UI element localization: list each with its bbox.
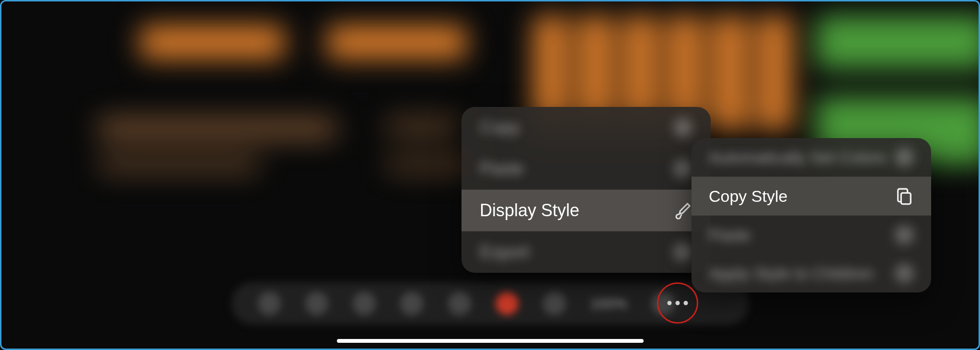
toolbar-tool-5[interactable] [448, 292, 471, 315]
toolbar-record-button[interactable] [496, 292, 519, 315]
menu-item-paste[interactable]: Paste [461, 148, 711, 189]
toolbar-tool-4[interactable] [400, 292, 423, 315]
menu-item-label: Automatically Set Colors [709, 148, 886, 167]
more-icon [668, 301, 688, 305]
submenu-item-copy-style[interactable]: Copy Style [692, 177, 931, 215]
menu-item-copy[interactable]: Copy [461, 107, 711, 148]
toolbar-tool-2[interactable] [305, 292, 328, 315]
context-menu: Copy Paste Display Style Export [461, 107, 711, 273]
menu-item-label: Display Style [480, 200, 579, 221]
menu-item-display-style[interactable]: Display Style [461, 190, 711, 231]
copy-icon [895, 187, 914, 206]
more-options-button[interactable] [657, 282, 698, 324]
toolbar-tool-3[interactable] [353, 292, 376, 315]
menu-item-label: Apply Style to Children [709, 264, 874, 283]
toolbar-zoom-level: 100% [590, 295, 627, 312]
paste-icon [895, 225, 914, 245]
brush-icon [673, 201, 692, 220]
copy-icon [673, 118, 692, 137]
arrow-down-icon [895, 264, 914, 283]
svg-rect-0 [901, 193, 911, 204]
menu-item-label: Copy [480, 117, 520, 138]
submenu-item-apply-children[interactable]: Apply Style to Children [692, 254, 931, 292]
paste-icon [673, 159, 692, 178]
display-style-submenu: Automatically Set Colors Copy Style Past… [692, 138, 931, 292]
menu-item-export[interactable]: Export [461, 232, 711, 273]
menu-item-label: Paste [709, 226, 750, 245]
submenu-item-auto-colors[interactable]: Automatically Set Colors [692, 138, 931, 176]
submenu-item-paste[interactable]: Paste [692, 216, 931, 254]
menu-item-label: Copy Style [709, 187, 787, 206]
external-link-icon [673, 243, 692, 262]
menu-item-label: Export [480, 242, 530, 262]
menu-item-label: Paste [480, 159, 524, 179]
home-indicator[interactable] [337, 339, 644, 343]
sparkle-icon [895, 148, 914, 167]
toolbar-tool-1[interactable] [258, 292, 281, 315]
toolbar-zoom-out[interactable] [543, 292, 566, 315]
